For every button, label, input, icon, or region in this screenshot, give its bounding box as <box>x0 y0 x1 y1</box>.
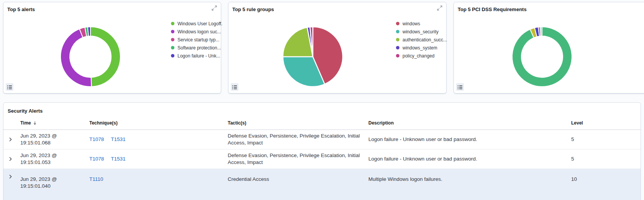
panel-title: Top 5 PCI DSS Requirements <box>458 7 527 12</box>
sort-descending-icon <box>33 121 37 125</box>
cell-time: Jun 29, 2023 @ 19:15:01.040 <box>17 174 86 192</box>
cell-techniques: T1078T1531 <box>86 134 225 145</box>
legend-dot-icon <box>171 46 174 49</box>
panel-top-5-rule-groups: Top 5 rule groups windowswindows_securit… <box>228 2 447 93</box>
cell-level: 5 <box>565 153 641 165</box>
donut-chart-pci-dss[interactable] <box>509 24 575 89</box>
column-header-description: Description <box>365 120 565 128</box>
cell-level: 5 <box>565 134 641 145</box>
cell-level: 10 <box>565 174 641 185</box>
pie-chart-rule-groups[interactable] <box>280 24 345 89</box>
legend-dot-icon <box>171 54 174 57</box>
legend-label: policy_changed <box>402 53 434 59</box>
legend-item[interactable]: Windows logon suc... <box>171 28 222 36</box>
table-row[interactable]: Jun 29, 2023 @ 19:15:01.068 T1078T1531 D… <box>3 130 641 149</box>
panel-title: Top 5 alerts <box>7 7 35 12</box>
technique-link[interactable]: T1110 <box>89 176 103 182</box>
cell-techniques: T1078T1531 <box>86 153 225 165</box>
cell-time: Jun 29, 2023 @ 19:15:01.068 <box>17 130 86 149</box>
legend-dot-icon <box>396 46 399 49</box>
legend-item[interactable]: Windows User Logoff. <box>171 20 222 28</box>
legend-label: windows <box>402 21 420 26</box>
cell-tactics: Defense Evasion, Persistence, Privilege … <box>225 130 365 149</box>
table-row[interactable]: Jun 29, 2023 @ 19:15:01.040 T1110 Creden… <box>3 169 641 200</box>
legend-dot-icon <box>396 54 399 57</box>
legend-label: authentication_succ... <box>402 37 447 43</box>
legend-item[interactable]: policy_changed <box>396 52 447 60</box>
technique-link[interactable]: T1531 <box>111 156 125 162</box>
legend-label: Software protection... <box>177 45 221 51</box>
legend-toggle-button[interactable] <box>6 83 13 91</box>
cell-description: Multiple Windows logon failures. <box>365 174 565 185</box>
chart-legend: Windows User Logoff.Windows logon suc...… <box>171 20 222 60</box>
cell-time: Jun 29, 2023 @ 19:15:01.053 <box>17 150 86 168</box>
legend-dot-icon <box>396 30 399 33</box>
legend-dot-icon <box>171 22 174 25</box>
list-icon <box>457 84 463 90</box>
legend-toggle-button[interactable] <box>456 83 464 91</box>
cell-techniques: T1110 <box>86 174 225 185</box>
legend-item[interactable]: windows <box>396 20 447 28</box>
column-header-techniques: Technique(s) <box>86 120 225 128</box>
table-row[interactable]: Jun 29, 2023 @ 19:15:01.053 T1078T1531 D… <box>3 149 641 169</box>
legend-label: windows_security <box>402 29 439 34</box>
legend-item[interactable]: authentication_succ... <box>396 36 447 44</box>
donut-chart-top-alerts[interactable] <box>58 24 123 89</box>
column-header-tactics: Tactic(s) <box>225 120 365 128</box>
cell-tactics: Credential Access <box>225 174 365 185</box>
expand-row-button[interactable] <box>3 136 17 143</box>
legend-dot-icon <box>171 38 174 41</box>
chevron-right-icon <box>7 156 13 162</box>
table-header-row: Time Technique(s) Tactic(s) Description … <box>3 118 641 130</box>
table-title: Security Alerts <box>3 103 641 114</box>
panel-top-5-pci-dss: Top 5 PCI DSS Requirements <box>453 2 644 93</box>
expand-row-button[interactable] <box>3 156 17 162</box>
legend-label: windows_system <box>402 45 437 51</box>
expand-row-button[interactable] <box>3 174 17 180</box>
legend-dot-icon <box>396 38 399 41</box>
chevron-right-icon <box>7 136 13 143</box>
header-expander-spacer <box>3 123 17 125</box>
panel-top-5-alerts: Top 5 alerts Windows User Logoff.Windows… <box>3 2 221 93</box>
legend-label: Windows logon suc... <box>177 29 221 34</box>
chart-slice[interactable] <box>90 27 120 87</box>
legend-toggle-button[interactable] <box>231 83 238 91</box>
expand-icon[interactable] <box>211 5 218 12</box>
table-body: Jun 29, 2023 @ 19:15:01.068 T1078T1531 D… <box>3 130 641 200</box>
legend-label: Logon failure - Unk... <box>177 53 220 59</box>
panel-title: Top 5 rule groups <box>232 7 274 12</box>
legend-item[interactable]: Logon failure - Unk... <box>171 52 222 60</box>
legend-label: Service startup typ... <box>177 37 219 43</box>
cell-description: Logon failure - Unknown user or bad pass… <box>365 134 565 145</box>
legend-item[interactable]: windows_security <box>396 28 447 36</box>
expand-icon[interactable] <box>436 5 443 12</box>
legend-dot-icon <box>171 30 174 33</box>
cell-description: Logon failure - Unknown user or bad pass… <box>365 153 565 165</box>
expand-icon <box>437 5 443 11</box>
column-header-level: Level <box>565 120 641 128</box>
dashboard: Top 5 alerts Windows User Logoff.Windows… <box>0 0 644 200</box>
technique-link[interactable]: T1078 <box>89 136 104 142</box>
legend-item[interactable]: windows_system <box>396 44 447 52</box>
security-alerts-panel: Security Alerts Time Technique(s) Tactic… <box>3 102 641 200</box>
list-icon <box>232 84 237 90</box>
chevron-right-icon <box>7 174 13 180</box>
chart-slice[interactable] <box>88 27 90 36</box>
technique-link[interactable]: T1531 <box>111 136 125 142</box>
technique-link[interactable]: T1078 <box>89 156 104 162</box>
expand-icon <box>211 5 217 11</box>
chart-slice[interactable] <box>61 29 91 87</box>
legend-item[interactable]: Service startup typ... <box>171 36 222 44</box>
legend-dot-icon <box>396 22 399 25</box>
legend-item[interactable]: Software protection... <box>171 44 222 52</box>
chart-legend: windowswindows_securityauthentication_su… <box>396 20 447 60</box>
list-icon <box>7 84 12 90</box>
chart-slice[interactable] <box>540 27 542 36</box>
legend-label: Windows User Logoff. <box>177 21 222 26</box>
cell-tactics: Defense Evasion, Persistence, Privilege … <box>225 150 365 168</box>
column-header-time[interactable]: Time <box>17 120 86 128</box>
